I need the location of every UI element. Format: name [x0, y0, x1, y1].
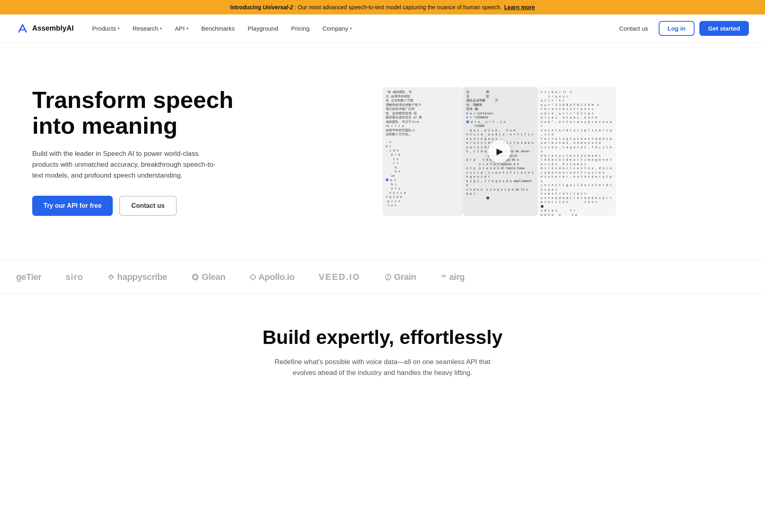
collage-panel-left: ·组 成的团队，专 注 由博学科研院 先 企业和数十万家 理解和处理全球数千客户…: [382, 87, 463, 216]
nav-item-products[interactable]: Products ▾: [87, 22, 125, 35]
learn-more-link[interactable]: Learn more: [504, 4, 535, 10]
nav-item-api[interactable]: API ▾: [169, 22, 194, 35]
happyscribe-icon: [108, 273, 115, 281]
nav-item-pricing[interactable]: Pricing: [285, 22, 315, 35]
logo[interactable]: AssemblyAI: [16, 22, 74, 35]
hero-description: Build with the leader in Speech AI to po…: [32, 148, 225, 181]
nav-links: Products ▾ Research ▾ API ▾ Benchmarks P…: [87, 22, 614, 35]
svg-point-1: [194, 275, 197, 279]
collage-panel-right: c r i b e r () n t r a n s c u r l = " h…: [538, 87, 616, 216]
nav-right: Contact us Log in Get started: [614, 21, 749, 36]
airg-icon: [440, 274, 447, 280]
logos-inner: geTier siro happyscribe Glean Apollo.io …: [0, 272, 765, 282]
product-name: Universal-2: [263, 4, 293, 10]
hero-visual: ·组 成的团队，专 注 由博学科研院 先 企业和数十万家 理解和处理全球数千客户…: [266, 87, 733, 216]
hero-section: Transform speech into meaning Build with…: [0, 43, 765, 260]
announcement-bar: Introducing Universal-2 : Our most advan…: [0, 0, 765, 14]
nav-item-playground[interactable]: Playground: [242, 22, 284, 35]
nav-item-benchmarks[interactable]: Benchmarks: [196, 22, 240, 35]
login-button[interactable]: Log in: [659, 21, 695, 36]
hero-title: Transform speech into meaning: [32, 87, 242, 139]
logo-siro: siro: [66, 272, 83, 282]
logo-glean: Glean: [191, 272, 225, 282]
chevron-down-icon: ▾: [160, 26, 162, 31]
main-nav: AssemblyAI Products ▾ Research ▾ API ▾ B…: [0, 14, 765, 43]
logo-happyscribe: happyscribe: [108, 272, 167, 282]
logo-text: AssemblyAI: [32, 24, 74, 33]
announcement-text: Introducing Universal-2 : Our most advan…: [230, 4, 502, 10]
grain-icon: [385, 273, 392, 281]
chevron-down-icon: ▾: [186, 26, 188, 31]
play-button[interactable]: ▶: [488, 140, 511, 163]
nav-item-company[interactable]: Company ▾: [317, 22, 358, 35]
build-section-title: Build expertly, effortlessly: [16, 326, 749, 348]
logo-apollo: Apollo.io: [250, 272, 295, 282]
hero-content: Transform speech into meaning Build with…: [32, 87, 242, 215]
logo-grain: Grain: [385, 272, 416, 282]
get-started-button[interactable]: Get started: [699, 21, 749, 36]
logo-airg: airg: [440, 272, 465, 282]
hero-actions: Try our API for free Contact us: [32, 196, 242, 216]
glean-icon: [191, 273, 199, 281]
assemblyai-logo-icon: [16, 22, 29, 35]
logos-strip: geTier siro happyscribe Glean Apollo.io …: [0, 260, 765, 294]
contact-us-hero-button[interactable]: Contact us: [119, 196, 177, 216]
build-section-description: Redefine what's possible with voice data…: [274, 356, 491, 378]
play-icon: ▶: [496, 146, 503, 157]
logo-getier: geTier: [16, 272, 41, 282]
contact-us-nav-button[interactable]: Contact us: [614, 22, 654, 35]
hero-collage: ·组 成的团队，专 注 由博学科研院 先 企业和数十万家 理解和处理全球数千客户…: [382, 87, 616, 216]
build-section: Build expertly, effortlessly Redefine wh…: [0, 294, 765, 394]
try-api-button[interactable]: Try our API for free: [32, 196, 113, 216]
chevron-down-icon: ▾: [118, 26, 120, 31]
logo-veed: VEED.IO: [318, 272, 360, 282]
apollo-icon: [250, 274, 256, 280]
nav-item-research[interactable]: Research ▾: [127, 22, 167, 35]
chevron-down-icon: ▾: [350, 26, 352, 31]
